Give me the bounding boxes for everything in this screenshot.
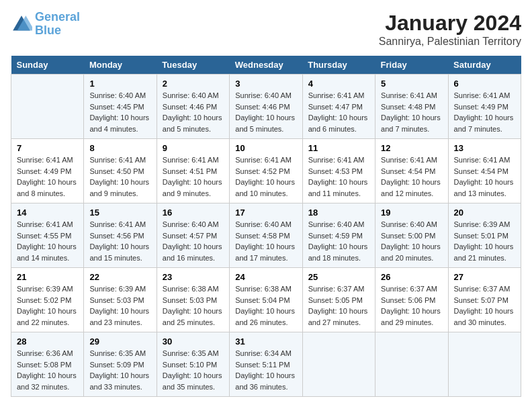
day-cell: 31Sunrise: 6:34 AM Sunset: 5:11 PM Dayli… [230, 332, 302, 397]
day-number: 20 [454, 208, 515, 218]
day-cell: 24Sunrise: 6:38 AM Sunset: 5:04 PM Dayli… [230, 268, 302, 332]
day-info: Sunrise: 6:37 AM Sunset: 5:05 PM Dayligh… [308, 283, 369, 328]
day-cell [11, 75, 84, 139]
day-cell: 1Sunrise: 6:40 AM Sunset: 4:45 PM Daylig… [84, 75, 157, 139]
day-number: 4 [308, 79, 369, 89]
header-thursday: Thursday [302, 56, 375, 75]
day-cell: 6Sunrise: 6:41 AM Sunset: 4:49 PM Daylig… [448, 75, 521, 139]
header-saturday: Saturday [448, 56, 521, 75]
day-number: 23 [163, 272, 224, 282]
day-number: 8 [89, 143, 150, 153]
day-cell: 11Sunrise: 6:41 AM Sunset: 4:53 PM Dayli… [302, 139, 375, 203]
day-cell: 14Sunrise: 6:41 AM Sunset: 4:55 PM Dayli… [11, 203, 84, 268]
day-cell: 15Sunrise: 6:41 AM Sunset: 4:56 PM Dayli… [84, 203, 157, 268]
day-cell: 17Sunrise: 6:40 AM Sunset: 4:58 PM Dayli… [230, 203, 302, 268]
day-number: 15 [89, 208, 150, 218]
day-cell: 25Sunrise: 6:37 AM Sunset: 5:05 PM Dayli… [302, 268, 375, 332]
logo-blue: Blue [35, 24, 61, 37]
day-cell: 2Sunrise: 6:40 AM Sunset: 4:46 PM Daylig… [157, 75, 229, 139]
calendar-subtitle: Sannirya, Palestinian Territory [379, 36, 521, 48]
day-cell: 4Sunrise: 6:41 AM Sunset: 4:47 PM Daylig… [302, 75, 375, 139]
day-number: 22 [89, 272, 150, 282]
day-number: 10 [235, 143, 296, 153]
day-cell: 8Sunrise: 6:41 AM Sunset: 4:50 PM Daylig… [84, 139, 157, 203]
header-monday: Monday [84, 56, 157, 75]
day-info: Sunrise: 6:39 AM Sunset: 5:03 PM Dayligh… [89, 283, 150, 328]
day-number: 17 [235, 208, 296, 218]
day-cell: 3Sunrise: 6:40 AM Sunset: 4:46 PM Daylig… [230, 75, 302, 139]
day-info: Sunrise: 6:36 AM Sunset: 5:08 PM Dayligh… [17, 348, 78, 392]
day-number: 26 [381, 272, 442, 282]
header-wednesday: Wednesday [230, 56, 302, 75]
day-number: 27 [454, 272, 515, 282]
day-info: Sunrise: 6:39 AM Sunset: 5:02 PM Dayligh… [17, 283, 78, 328]
day-number: 12 [381, 143, 442, 153]
day-cell: 13Sunrise: 6:41 AM Sunset: 4:54 PM Dayli… [448, 139, 521, 203]
week-row-2: 7Sunrise: 6:41 AM Sunset: 4:49 PM Daylig… [11, 139, 521, 203]
day-cell [302, 332, 375, 397]
day-cell [448, 332, 521, 397]
title-block: January 2024 Sannirya, Palestinian Terri… [379, 11, 521, 48]
day-number: 13 [454, 143, 515, 153]
day-cell: 19Sunrise: 6:40 AM Sunset: 5:00 PM Dayli… [375, 203, 448, 268]
page-header: General Blue January 2024 Sannirya, Pale… [11, 11, 521, 48]
day-info: Sunrise: 6:41 AM Sunset: 4:53 PM Dayligh… [308, 154, 369, 199]
day-info: Sunrise: 6:41 AM Sunset: 4:55 PM Dayligh… [17, 219, 78, 263]
day-cell: 27Sunrise: 6:37 AM Sunset: 5:07 PM Dayli… [448, 268, 521, 332]
day-cell: 18Sunrise: 6:40 AM Sunset: 4:59 PM Dayli… [302, 203, 375, 268]
day-info: Sunrise: 6:41 AM Sunset: 4:47 PM Dayligh… [308, 90, 369, 134]
day-info: Sunrise: 6:35 AM Sunset: 5:10 PM Dayligh… [163, 348, 224, 392]
week-row-5: 28Sunrise: 6:36 AM Sunset: 5:08 PM Dayli… [11, 332, 521, 397]
day-cell: 20Sunrise: 6:39 AM Sunset: 5:01 PM Dayli… [448, 203, 521, 268]
day-cell [375, 332, 448, 397]
day-number: 3 [235, 79, 296, 89]
day-number: 31 [235, 336, 296, 347]
day-info: Sunrise: 6:41 AM Sunset: 4:49 PM Dayligh… [17, 154, 78, 199]
day-number: 16 [163, 208, 224, 218]
day-number: 21 [17, 272, 78, 282]
day-info: Sunrise: 6:41 AM Sunset: 4:52 PM Dayligh… [235, 154, 296, 199]
logo: General Blue [11, 11, 80, 38]
day-info: Sunrise: 6:40 AM Sunset: 4:46 PM Dayligh… [163, 90, 224, 134]
day-info: Sunrise: 6:37 AM Sunset: 5:06 PM Dayligh… [381, 283, 442, 328]
day-info: Sunrise: 6:38 AM Sunset: 5:04 PM Dayligh… [235, 283, 296, 328]
calendar-title: January 2024 [379, 11, 521, 36]
logo-general: General [35, 10, 80, 24]
day-number: 14 [17, 208, 78, 218]
day-info: Sunrise: 6:41 AM Sunset: 4:54 PM Dayligh… [381, 154, 442, 199]
header-sunday: Sunday [11, 56, 84, 75]
day-number: 18 [308, 208, 369, 218]
day-number: 7 [17, 143, 78, 153]
day-cell: 21Sunrise: 6:39 AM Sunset: 5:02 PM Dayli… [11, 268, 84, 332]
header-friday: Friday [375, 56, 448, 75]
day-info: Sunrise: 6:34 AM Sunset: 5:11 PM Dayligh… [235, 348, 296, 392]
day-cell: 30Sunrise: 6:35 AM Sunset: 5:10 PM Dayli… [157, 332, 229, 397]
day-info: Sunrise: 6:41 AM Sunset: 4:56 PM Dayligh… [89, 219, 150, 263]
day-number: 9 [163, 143, 224, 153]
week-row-3: 14Sunrise: 6:41 AM Sunset: 4:55 PM Dayli… [11, 203, 521, 268]
day-cell: 5Sunrise: 6:41 AM Sunset: 4:48 PM Daylig… [375, 75, 448, 139]
day-cell: 28Sunrise: 6:36 AM Sunset: 5:08 PM Dayli… [11, 332, 84, 397]
day-number: 25 [308, 272, 369, 282]
day-info: Sunrise: 6:39 AM Sunset: 5:01 PM Dayligh… [454, 219, 515, 263]
day-cell: 9Sunrise: 6:41 AM Sunset: 4:51 PM Daylig… [157, 139, 229, 203]
day-info: Sunrise: 6:41 AM Sunset: 4:51 PM Dayligh… [163, 154, 224, 199]
week-row-1: 1Sunrise: 6:40 AM Sunset: 4:45 PM Daylig… [11, 75, 521, 139]
day-cell: 23Sunrise: 6:38 AM Sunset: 5:03 PM Dayli… [157, 268, 229, 332]
day-info: Sunrise: 6:41 AM Sunset: 4:50 PM Dayligh… [89, 154, 150, 199]
day-number: 24 [235, 272, 296, 282]
day-number: 6 [454, 79, 515, 89]
day-info: Sunrise: 6:38 AM Sunset: 5:03 PM Dayligh… [163, 283, 224, 328]
day-info: Sunrise: 6:40 AM Sunset: 4:57 PM Dayligh… [163, 219, 224, 263]
day-info: Sunrise: 6:41 AM Sunset: 4:48 PM Dayligh… [381, 90, 442, 134]
day-info: Sunrise: 6:37 AM Sunset: 5:07 PM Dayligh… [454, 283, 515, 328]
day-number: 1 [89, 79, 150, 89]
day-cell: 26Sunrise: 6:37 AM Sunset: 5:06 PM Dayli… [375, 268, 448, 332]
day-number: 5 [381, 79, 442, 89]
day-info: Sunrise: 6:41 AM Sunset: 4:49 PM Dayligh… [454, 90, 515, 134]
day-cell: 12Sunrise: 6:41 AM Sunset: 4:54 PM Dayli… [375, 139, 448, 203]
day-cell: 10Sunrise: 6:41 AM Sunset: 4:52 PM Dayli… [230, 139, 302, 203]
day-info: Sunrise: 6:35 AM Sunset: 5:09 PM Dayligh… [89, 348, 150, 392]
logo-text: General Blue [35, 11, 80, 38]
logo-icon [11, 13, 32, 35]
